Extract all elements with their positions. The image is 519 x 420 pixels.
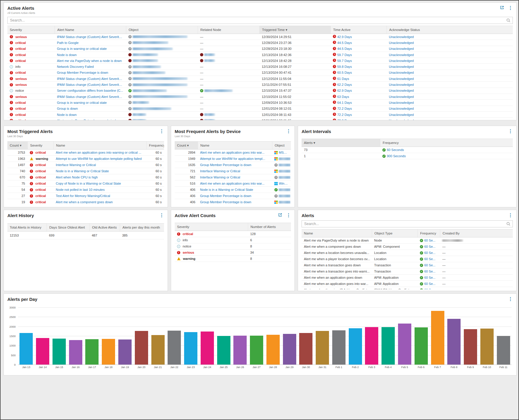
frequency-link[interactable]: 900 Seconds <box>387 154 406 158</box>
alert-name-link[interactable]: Network Discovery Failed <box>57 65 94 68</box>
chart-bar[interactable] <box>349 328 362 365</box>
column-header-severity[interactable]: Severity <box>27 142 53 149</box>
acknowledge-status-link[interactable]: Unacknowledged <box>389 95 414 99</box>
alert-name-link[interactable]: Group is down <box>57 107 78 110</box>
column-header-name[interactable]: Name <box>302 229 372 237</box>
alert-name-link[interactable]: Node is down <box>57 113 77 117</box>
alert-name-link[interactable]: IPAM Status change (Custom) Alert Severi… <box>57 83 124 86</box>
alert-definition-row[interactable]: Alert me when a component goes down APM:… <box>302 244 513 250</box>
time-active-link[interactable]: 72.2 Days <box>337 113 352 117</box>
alert-name-link[interactable]: Alert me when a component goes down <box>56 200 113 204</box>
alert-name-link[interactable]: Test Alert for Memory Warning/Critical <box>56 194 110 198</box>
alert-name-link[interactable]: Group is in warning or critical state <box>57 101 107 104</box>
alert-name-link[interactable]: Group Member Percentage is down <box>57 71 108 74</box>
count-row[interactable]: iinfo 6 <box>175 237 291 243</box>
count-row[interactable]: !serious 34 <box>175 250 291 256</box>
acknowledge-status-link[interactable]: Unacknowledged <box>389 41 414 45</box>
time-active-link[interactable]: 72.2 Days <box>337 107 352 110</box>
time-active-link[interactable]: 59.7 Days <box>337 59 352 63</box>
time-active-link[interactable]: 72.2 Days <box>337 119 352 120</box>
alert-row[interactable]: 562 Interface Warning or Critical ? <box>175 174 291 181</box>
chart-bar[interactable] <box>250 336 263 365</box>
chart-bar[interactable] <box>53 339 66 365</box>
search-icon[interactable] <box>506 18 510 24</box>
alert-name-link[interactable]: Alert me when an application goes into w… <box>200 182 264 185</box>
alert-definition-row[interactable]: Alert me via PagerDuty when a node is do… <box>302 237 513 244</box>
column-header-count[interactable]: Count ▾ <box>175 142 198 149</box>
alert-name-link[interactable]: Alert me via PagerDuty when a node is do… <box>57 119 122 120</box>
column-header-name[interactable]: Name <box>53 142 146 149</box>
alert-row[interactable]: !critical Group Member Percentage is dow… <box>7 70 513 76</box>
alert-row[interactable]: 75 !critical Copy of Node is in a Warnin… <box>7 181 164 187</box>
column-header-total-alerts-in-history[interactable]: Total Alerts in History <box>7 224 47 231</box>
column-header-severity[interactable]: Severity <box>175 223 248 231</box>
interval-row[interactable]: 1 ✓900 Seconds <box>302 153 513 159</box>
count-row[interactable]: !critical 128 <box>175 231 291 237</box>
alert-row[interactable]: 19 !critical Alert me when a component g… <box>7 199 164 205</box>
frequency-link[interactable]: 60 Se... <box>424 239 435 242</box>
chart-bar[interactable] <box>431 311 444 365</box>
column-header-severity[interactable]: Severity <box>7 26 55 34</box>
kebab-menu-icon[interactable]: ⋮ <box>508 129 513 134</box>
column-header-time-active[interactable]: Time Active <box>330 26 387 34</box>
column-header-related-node[interactable]: Related Node <box>198 26 259 34</box>
chart-bar[interactable] <box>464 329 477 365</box>
acknowledge-status-link[interactable]: Unacknowledged <box>389 47 414 50</box>
time-active-link[interactable]: 62.9 Days <box>337 89 352 92</box>
chart-bar[interactable] <box>283 334 296 365</box>
time-active-link[interactable]: 64.1 Days <box>337 101 352 104</box>
acknowledge-status-link[interactable]: Unacknowledged <box>389 83 414 86</box>
alert-name-link[interactable]: Server configuration differs from baseli… <box>57 89 123 92</box>
alert-name-link[interactable]: Group Member Percentage is down <box>200 200 251 204</box>
frequency-link[interactable]: 60 Se... <box>424 245 435 248</box>
object-link[interactable]: Windows <box>279 182 288 185</box>
chart-bar[interactable] <box>85 339 99 365</box>
frequency-link[interactable]: 60 Se... <box>424 276 435 279</box>
alert-row[interactable]: !serious IPAM Status change (Custom) Ale… <box>7 34 513 40</box>
column-header-old-active-alerts[interactable]: Old Active Alerts <box>89 224 120 231</box>
time-active-link[interactable]: 59.8 Days <box>337 65 352 68</box>
chart-bar[interactable] <box>168 331 181 365</box>
alert-name-link[interactable]: Path to Google <box>57 41 78 45</box>
alert-name-link[interactable]: Attempt to use WinRM for application tem… <box>200 157 265 160</box>
alert-row[interactable]: !critical Node is down 12/01/2024 08:11:… <box>7 112 513 118</box>
alert-name-link[interactable]: Attempt to use WinRM for application tem… <box>56 157 142 160</box>
column-header-acknowledge-status[interactable]: Acknowledge Status <box>387 26 513 34</box>
alert-row[interactable]: !critical Group is in warning or critica… <box>7 46 513 52</box>
chart-bar[interactable] <box>69 340 82 365</box>
alert-definition-row[interactable]: Alert me when there is a IP Address Conf… <box>302 287 513 289</box>
alert-row[interactable]: 670 !critical Alert when Node CPU is hig… <box>7 174 164 181</box>
search-input[interactable] <box>302 220 513 227</box>
alert-name-link[interactable]: Alert me when an application goes into w… <box>200 151 264 154</box>
alert-row[interactable]: !critical Alert me via PagerDuty when a … <box>7 58 513 64</box>
chart-bar[interactable] <box>36 338 49 365</box>
kebab-menu-icon[interactable]: ⋮ <box>159 129 164 134</box>
frequency-link[interactable]: 60 Se... <box>424 263 435 267</box>
alert-row[interactable]: 406 Group Member Percentage is down <box>175 199 291 205</box>
chart-bar[interactable] <box>398 324 411 365</box>
chart-bar[interactable] <box>217 336 230 365</box>
column-header-frequency[interactable]: Frequency <box>146 142 164 149</box>
column-header-number-of-alerts[interactable]: Number of Alerts <box>248 223 291 231</box>
alert-name-link[interactable]: Interface Warning or Critical <box>56 163 96 167</box>
time-active-link[interactable]: 62.2 Days <box>337 83 352 86</box>
alert-name-link[interactable]: Interface Warning or Critical <box>200 175 240 179</box>
alert-row[interactable]: !critical Group is in warning or critica… <box>7 100 513 106</box>
chart-bar[interactable] <box>447 319 461 365</box>
column-header-object-type[interactable]: Object Type <box>372 229 418 237</box>
alert-name-link[interactable]: Node is in a Warning or Critical State <box>200 188 253 191</box>
chart-bar[interactable] <box>118 339 132 365</box>
alert-row[interactable]: inotice Server configuration differs fro… <box>7 88 513 94</box>
acknowledge-status-link[interactable]: Unacknowledged <box>389 59 414 63</box>
alert-name-link[interactable]: Node is down <box>57 53 77 57</box>
frequency-link[interactable]: 60 Se... <box>424 251 435 255</box>
acknowledge-status-link[interactable]: Unacknowledged <box>389 101 414 104</box>
frequency-link[interactable]: 60 Se... <box>424 288 435 289</box>
alert-row[interactable]: 1635 Group Member Percentage is down ? <box>175 162 291 168</box>
acknowledge-status-link[interactable]: Unacknowledged <box>389 53 414 57</box>
alert-row[interactable]: 1497 !critical Interface Warning or Crit… <box>7 162 164 168</box>
acknowledge-status-link[interactable]: Unacknowledged <box>389 65 414 68</box>
alert-name-link[interactable]: Interface Warning or Critical <box>200 169 240 173</box>
alert-row[interactable]: !serious IPAM Status change (Custom) Ale… <box>7 82 513 88</box>
column-header-frequency[interactable]: Frequency <box>380 139 513 147</box>
